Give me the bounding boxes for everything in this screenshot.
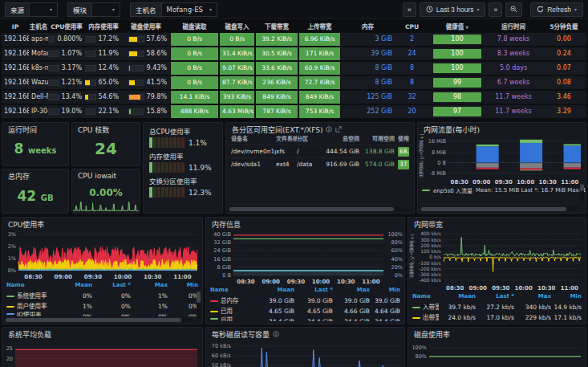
- svg-text:08:30: 08:30: [451, 179, 468, 186]
- legend-col-header[interactable]: Name: [210, 285, 258, 296]
- column-header[interactable]: CPU: [395, 21, 429, 33]
- column-header[interactable]: IP: [2, 21, 29, 33]
- legend-row[interactable]: 总内存39.0 GiB39.0 GiB39.0 GiB39.0 GiB: [206, 296, 404, 306]
- download-cell: 30.5 KiB/s: [255, 47, 298, 60]
- legend-row[interactable]: 已用4.65 GiB4.65 GiB4.66 GiB4.64 GiB: [206, 306, 404, 316]
- cpu-usage-cell: 0.800%: [48, 33, 85, 46]
- horizontal-scrollbar[interactable]: [229, 207, 406, 211]
- partition-col-header[interactable]: 文件系统: [276, 134, 297, 145]
- column-header[interactable]: 内存使用率: [85, 21, 122, 33]
- chevron-down-icon: ▾: [476, 7, 479, 12]
- legend-item[interactable]: enp5s0 入流量Mean: 15.5 MiB Last *: 16.7 Mi…: [418, 186, 586, 195]
- legend-name: 入带宽: [412, 302, 439, 312]
- time-controls: « Last 3 hours ▾ » Refresh ▾: [403, 2, 583, 17]
- column-header[interactable]: 磁盘读取: [170, 21, 219, 33]
- legend-value: 24.0 kb/s: [439, 312, 476, 323]
- legend-value: 4.65 GiB: [294, 306, 333, 316]
- cpu-usage-cell-value: 1.21%: [62, 76, 82, 89]
- column-header[interactable]: 5分钟负载: [541, 21, 586, 33]
- health-badge: 100: [433, 49, 481, 59]
- legend-col-header[interactable]: Mean: [55, 280, 92, 291]
- download-cell: 39.2 KiB/s: [255, 33, 298, 46]
- legend-col-header[interactable]: Max: [131, 280, 168, 291]
- info-icon[interactable]: [326, 126, 332, 133]
- chevron-down-icon: ▾: [50, 7, 52, 12]
- svg-text:10:00: 10:00: [114, 274, 132, 280]
- legend-col-header[interactable]: Last *: [294, 285, 333, 296]
- partition-col-header[interactable]: 分区: [297, 134, 321, 145]
- var-source-select[interactable]: ▾: [29, 2, 58, 17]
- column-header[interactable]: 下载带宽: [255, 21, 298, 33]
- legend-col-header[interactable]: Mean: [439, 292, 476, 302]
- legend-col-header[interactable]: Last *: [92, 280, 131, 291]
- legend: NameMeanLast *MaxMin入带宽39.7 kb/s27.2 kb/…: [408, 292, 586, 323]
- partition-col-header[interactable]: 总空间: [321, 134, 363, 145]
- health-badge: 97: [433, 107, 481, 116]
- column-header[interactable]: 上传带宽: [298, 21, 341, 33]
- legend-row[interactable]: 可用34.4 GiB34.4 GiB34.4 GiB34.4 GiB: [206, 316, 404, 321]
- legend-col-header[interactable]: Max: [514, 292, 551, 302]
- var-module-select[interactable]: ▾: [91, 2, 120, 17]
- vertical-scrollbar[interactable]: [197, 292, 201, 319]
- legend-row[interactable]: 用户使用率1%0%1%0%: [2, 301, 202, 312]
- legend-row[interactable]: 系统使用率0%0%1%0%: [2, 291, 202, 301]
- load-cell: 0.07: [541, 62, 586, 75]
- column-header[interactable]: 磁盘写入: [219, 21, 255, 33]
- usage-bar: [128, 65, 144, 71]
- svg-text:8 GiB: 8 GiB: [217, 264, 231, 271]
- legend-col-header[interactable]: Name: [412, 292, 439, 302]
- horizontal-scrollbar[interactable]: [6, 318, 194, 322]
- partition-row: /dev/nvme0n1pxfs/444.54 GiB138.8 GiB68.: [226, 145, 414, 157]
- lan-bandwidth-panel: 内网带宽 出带宽(-)/入带宽(+) 400 kb/s300 kb/s200 k…: [408, 217, 586, 324]
- time-shift-forward-button[interactable]: »: [489, 2, 502, 17]
- memory-chart: 40 GiB32 GiB24 GiB16 GiB8 GiB0 B100%80%6…: [206, 229, 404, 285]
- column-header[interactable]: 内存: [341, 21, 395, 33]
- column-header[interactable]: 健康值▼: [429, 21, 485, 33]
- svg-text:-400 kb/s: -400 kb/s: [419, 277, 441, 283]
- legend-col-header[interactable]: Min: [168, 280, 198, 291]
- legend-col-header[interactable]: Mean: [258, 285, 294, 296]
- legend-row[interactable]: 入带宽39.7 kb/s27.2 kb/s340 kb/s14.9 kb/s: [408, 302, 586, 312]
- legend-col-header[interactable]: Last *: [476, 292, 514, 302]
- column-header[interactable]: 磁盘使用率: [122, 21, 170, 33]
- horizontal-scrollbar[interactable]: [421, 207, 578, 211]
- lan-traffic-panel: 内网流量(每小时) 出流量(-)/入流量(+) 16 MiB8 MiB0 B-8…: [417, 122, 586, 214]
- usage-bar: [85, 94, 96, 100]
- legend-value: 39.0 GiB: [294, 296, 333, 306]
- svg-text:11:00: 11:00: [561, 179, 578, 186]
- download-cell: 33.6 KiB/s: [255, 62, 298, 75]
- legend-row[interactable]: 出带宽24.0 kb/s17.0 kb/s229 kb/s17.1 kb/s: [408, 312, 586, 323]
- vertical-scrollbar[interactable]: [580, 184, 584, 202]
- info-icon[interactable]: [273, 331, 279, 337]
- svg-text:32 GiB: 32 GiB: [213, 239, 231, 246]
- ip-cell: 192.168.: [2, 33, 29, 46]
- time-shift-back-button[interactable]: «: [403, 2, 416, 17]
- legend-value: 14.9 kb/s: [551, 302, 582, 312]
- external-link-icon[interactable]: [335, 126, 342, 133]
- overview-header: IP主机名CPU使用率内存使用率磁盘使用率磁盘读取磁盘写入下载带宽上传带宽内存C…: [2, 21, 586, 33]
- var-hostname-select[interactable]: Mofang-ES▾: [161, 2, 217, 17]
- column-header[interactable]: CPU使用率: [48, 21, 85, 33]
- column-header[interactable]: 主机名: [29, 21, 48, 33]
- table-row: 192.168.Dell-R713.4%54.6%79.8%14.1 KiB/s…: [2, 91, 586, 104]
- partition-col-header[interactable]: 使用: [398, 134, 409, 145]
- total-memory-value: 42 GB: [2, 188, 68, 204]
- legend-col-header[interactable]: Min: [551, 292, 582, 302]
- partition-col-header[interactable]: 设备名: [231, 134, 276, 145]
- panel-title: 各分区可用空间(EXT.*/XFS): [232, 124, 322, 135]
- legend-col-header[interactable]: Min: [370, 285, 400, 296]
- refresh-button[interactable]: Refresh ▾: [530, 2, 583, 17]
- legend-row[interactable]: IO使用率0%0%0%0%: [2, 312, 202, 316]
- column-header[interactable]: 运行时间: [485, 21, 541, 33]
- time-range-button[interactable]: Last 3 hours ▾: [420, 2, 486, 17]
- cpu-count-cell: 2: [395, 33, 429, 46]
- legend-col-header[interactable]: Name: [6, 280, 55, 291]
- legend-value: 0%: [92, 312, 131, 316]
- svg-text:10:30: 10:30: [539, 179, 557, 186]
- zoom-out-button[interactable]: [505, 2, 522, 17]
- svg-text:300 kb/s: 300 kb/s: [420, 237, 441, 243]
- partition-col-header[interactable]: 可用空间: [363, 134, 398, 145]
- svg-text:-200 kb/s: -200 kb/s: [419, 266, 441, 271]
- upload-cell: 753 KiB/s: [298, 105, 341, 118]
- legend-col-header[interactable]: Max: [333, 285, 370, 296]
